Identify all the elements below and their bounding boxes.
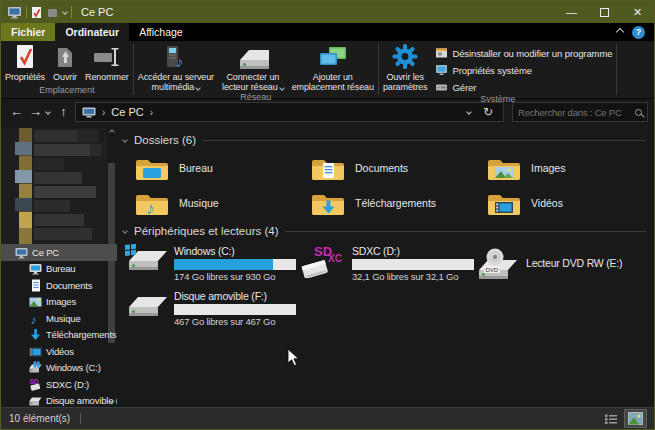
thumbnail-view-icon: [628, 412, 643, 425]
sidebar-item-label: Documents: [46, 280, 92, 291]
sidebar-item-documents[interactable]: Documents: [1, 277, 117, 294]
ribbon-group-systeme: Ouvrir les paramètres Désinstaller ou mo…: [379, 41, 617, 98]
folder-label: Images: [531, 162, 565, 174]
address-bar[interactable]: › Ce PC › ↻: [75, 102, 504, 122]
sidebar-item-bureau[interactable]: Bureau: [1, 261, 117, 278]
folder-tile-videos[interactable]: Vidéos: [487, 188, 646, 218]
network-location-icon: [318, 44, 348, 70]
drive-tile-dvd-e[interactable]: DVD Lecteur DVD RW (E:): [475, 244, 646, 284]
tab-ordinateur[interactable]: Ordinateur: [55, 23, 129, 41]
new-folder-icon[interactable]: [47, 7, 58, 18]
video-icon: [29, 345, 42, 358]
network-drive-icon: [237, 44, 269, 70]
thumbnail-view-button[interactable]: [625, 410, 646, 427]
add-location-label-1: Ajouter un: [313, 72, 353, 82]
sidebar-item-ce-pc[interactable]: Ce PC: [1, 244, 117, 261]
sidebar-scroll-up-icon[interactable]: [109, 129, 115, 135]
drive-tile-windows-c[interactable]: Windows (C:) 174 Go libres sur 930 Go: [123, 244, 299, 284]
close-button[interactable]: ✕: [621, 1, 654, 23]
media-server-label-1: Accéder au serveur: [138, 72, 214, 82]
uninstall-program-button[interactable]: Désinstaller ou modifier un programme: [435, 46, 612, 60]
map-drive-label-1: Connecter un: [226, 72, 279, 82]
folder-tile-bureau[interactable]: Bureau: [135, 153, 311, 183]
system-properties-button[interactable]: Propriétés système: [435, 63, 612, 77]
breadcrumb-location[interactable]: Ce PC: [111, 106, 143, 118]
map-network-drive-button[interactable]: Connecter un lecteur réseau: [218, 43, 288, 92]
item-count: 10 élément(s): [9, 413, 70, 424]
maximize-button[interactable]: [588, 1, 621, 23]
sidebar-item-label: Musique: [46, 313, 81, 324]
sidebar-item-videos[interactable]: Vidéos: [1, 343, 117, 360]
properties-shortcut-icon[interactable]: [31, 6, 42, 19]
dvd-drive-icon: DVD: [475, 248, 521, 280]
folder-tile-documents[interactable]: Documents: [311, 153, 487, 183]
media-server-button[interactable]: ♪ Accéder au serveur multimédia: [134, 43, 218, 92]
capacity-bar: [352, 259, 474, 270]
desktop-icon: [29, 262, 42, 275]
help-icon[interactable]: ?: [632, 26, 645, 39]
folders-grid: Bureau Documents Images ♪ Musique Téléch…: [135, 153, 646, 218]
drive-name: SDXC (D:): [352, 245, 474, 257]
sidebar-item-images[interactable]: Images: [1, 294, 117, 311]
renommer-button[interactable]: Renommer: [81, 43, 133, 82]
details-view-icon: [604, 413, 618, 425]
folder-tile-images[interactable]: Images: [487, 153, 646, 183]
drive-tile-disque-amovible-f[interactable]: Disque amovible (F:) 467 Go libres sur 4…: [123, 289, 299, 329]
folder-icon-music: ♪: [135, 190, 169, 217]
collapse-section-icon[interactable]: [122, 137, 128, 143]
drive-tile-sdxc-d[interactable]: SDXC SDXC (D:) 32,1 Go libres sur 32,1 G…: [299, 244, 475, 284]
tab-affichage[interactable]: Affichage: [129, 23, 193, 41]
drive-name: Windows (C:): [174, 245, 296, 257]
minimize-button[interactable]: —: [555, 1, 588, 23]
address-bar-row: ← → ↑ › Ce PC › ↻: [1, 99, 654, 125]
document-icon: [29, 279, 42, 292]
up-button[interactable]: ↑: [54, 102, 73, 122]
sidebar-item-label: SDXC (D:): [46, 379, 89, 390]
search-input[interactable]: [513, 107, 635, 118]
drives-section-header[interactable]: Périphériques et lecteurs (4): [123, 222, 646, 240]
window-title: Ce PC: [81, 6, 113, 18]
folders-section-header[interactable]: Dossiers (6): [123, 131, 646, 149]
add-network-location-button[interactable]: Ajouter un emplacement réseau: [288, 43, 378, 92]
systeme-buttons: Ouvrir les paramètres Désinstaller ou mo…: [379, 41, 617, 94]
refresh-icon[interactable]: ↻: [479, 105, 497, 119]
sidebar-item-musique[interactable]: ♪ Musique: [1, 310, 117, 327]
ouvrir-button[interactable]: Ouvrir: [49, 43, 81, 82]
back-button[interactable]: ←: [7, 102, 26, 122]
sidebar-item-windows-c[interactable]: Windows (C:): [1, 360, 117, 377]
sidebar-item-disque-amovible-f[interactable]: Disque amovible (F: [1, 393, 117, 408]
address-dropdown-icon[interactable]: [466, 109, 472, 115]
tab-fichier[interactable]: Fichier: [1, 23, 55, 41]
sidebar-item-label: Vidéos: [46, 346, 74, 357]
details-view-button[interactable]: [601, 411, 621, 427]
folder-tile-telechargements[interactable]: Téléchargements: [311, 188, 487, 218]
removable-drive-icon: [123, 289, 169, 319]
manage-button[interactable]: Gérer: [435, 80, 612, 94]
system-monitor-icon: [435, 64, 448, 76]
add-location-label-2: emplacement réseau: [292, 82, 374, 92]
folder-icon-pictures: [487, 155, 521, 182]
sidebar-item-sdxc-d[interactable]: SD SDXC (D:): [1, 376, 117, 393]
recent-locations-chevron-icon[interactable]: [45, 109, 51, 115]
section-divider-line: [285, 231, 646, 232]
sidebar-item-telechargements[interactable]: Téléchargements: [1, 327, 117, 344]
open-settings-button[interactable]: Ouvrir les paramètres: [379, 43, 432, 92]
drives-grid: Windows (C:) 174 Go libres sur 930 Go SD…: [123, 244, 646, 329]
folder-tile-musique[interactable]: ♪ Musique: [135, 188, 311, 218]
map-drive-label-2: lecteur réseau: [222, 82, 284, 92]
ouvrir-label: Ouvrir: [53, 72, 77, 82]
renommer-label: Renommer: [85, 72, 129, 82]
rename-icon: [93, 44, 120, 70]
media-server-icon: ♪: [162, 44, 190, 70]
customize-toolbar-chevron-icon[interactable]: [62, 9, 68, 15]
proprietes-button[interactable]: Propriétés: [1, 43, 49, 82]
search-icon[interactable]: [635, 109, 642, 116]
collapse-section-icon[interactable]: [122, 228, 128, 234]
forward-button[interactable]: →: [26, 102, 45, 122]
search-box[interactable]: [512, 102, 648, 122]
ribbon-tab-row: Fichier Ordinateur Affichage ?: [1, 23, 654, 41]
folder-label: Vidéos: [531, 197, 563, 209]
collapse-ribbon-icon[interactable]: [616, 28, 624, 36]
reseau-buttons: ♪ Accéder au serveur multimédia Connecte…: [134, 41, 378, 92]
drive-info: Windows (C:) 174 Go libres sur 930 Go: [174, 244, 296, 284]
